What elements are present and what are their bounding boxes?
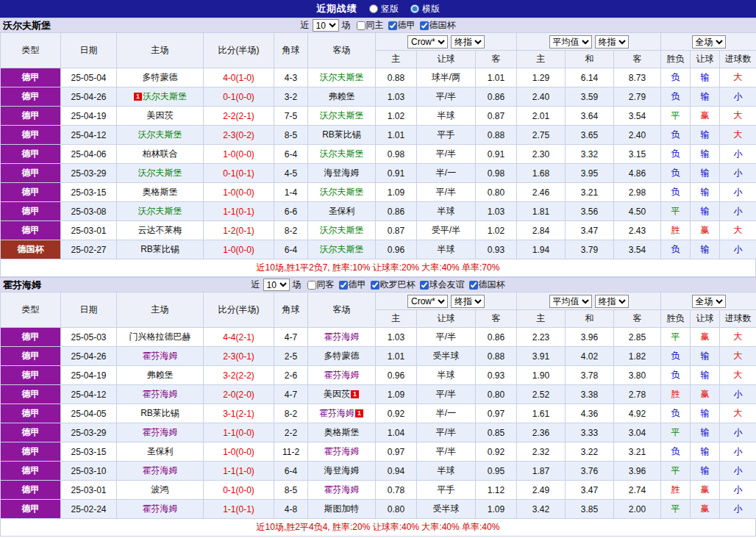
away-team-cell: 沃尔夫斯堡 — [308, 68, 376, 87]
score-cell: 1-0(0-0) — [204, 240, 274, 259]
horizontal-radio-icon[interactable] — [410, 4, 419, 13]
result-cell: 负 — [661, 164, 691, 183]
horizontal-radio-label: 横版 — [422, 3, 440, 15]
crown-away-odds: 1.09 — [476, 500, 517, 519]
vertical-radio-icon[interactable] — [369, 4, 378, 13]
near-label: 近 — [252, 279, 260, 291]
score-cell: 1-0(0-0) — [204, 183, 274, 202]
summary-row: 近10场,胜1平2负7, 胜率:10% 让球率:20% 大率:40% 单率:70… — [0, 259, 756, 277]
corner-cell: 8-5 — [274, 126, 308, 145]
crown-stage-select[interactable]: 终指 — [451, 35, 485, 49]
crown-away-odds: 0.95 — [476, 462, 517, 481]
filter-checkbox[interactable]: 德甲 — [339, 279, 366, 291]
avg-home-odds: 2.32 — [517, 442, 566, 462]
filter-checkbox[interactable]: 欧罗巴杯 — [371, 279, 416, 291]
checkbox-icon[interactable] — [420, 21, 429, 30]
date-cell: 25-03-01 — [61, 221, 117, 240]
avg-stage-select[interactable]: 终指 — [595, 295, 629, 308]
team-label: 奥格斯堡 — [143, 187, 178, 197]
recent-count-select[interactable]: 10 — [313, 19, 339, 32]
filter-checkbox[interactable]: 球会友谊 — [420, 279, 465, 291]
league-type-cell: 德甲 — [1, 500, 61, 519]
filter-checkbox[interactable]: 德国杯 — [469, 279, 505, 291]
team-label: 霍芬海姆 — [143, 427, 178, 437]
away-team-cell: 霍芬海姆 — [308, 481, 376, 500]
goals-cell: 小 — [720, 240, 756, 259]
date-cell: 25-04-19 — [61, 366, 117, 385]
team-label: 多特蒙德 — [143, 72, 178, 82]
match-row: 德甲25-05-03门兴格拉德巴赫4-4(2-1)4-7霍芬海姆1.03平/半0… — [1, 328, 756, 347]
team-label: 沃尔夫斯堡 — [320, 187, 364, 197]
filter-checkbox[interactable]: 同主 — [357, 19, 384, 32]
crown-handicap: 平/半 — [417, 145, 476, 164]
result-cell: 平 — [661, 328, 691, 347]
corner-cell: 8-2 — [274, 221, 308, 240]
checkbox-icon[interactable] — [388, 21, 397, 30]
score-cell: 1-0(0-0) — [204, 145, 274, 164]
checkbox-icon[interactable] — [420, 281, 429, 290]
goals-cell: 大 — [720, 328, 756, 347]
sub-handicap-result: 让球 — [691, 310, 720, 328]
filter-checkbox[interactable]: 德国杯 — [420, 19, 456, 32]
sub-result: 胜负 — [661, 51, 691, 68]
avg-odds-group: 平均值 终指 — [517, 293, 661, 310]
checkbox-icon[interactable] — [307, 281, 316, 290]
recent-count-select[interactable]: 10 — [263, 279, 290, 291]
avg-home-odds: 1.29 — [517, 68, 566, 87]
near-label: 近 — [301, 19, 310, 32]
avg-home-odds: 3.42 — [517, 500, 566, 519]
col-score: 比分(半场) — [204, 33, 274, 68]
away-team-cell: 圣保利 — [308, 202, 376, 221]
horizontal-layout-radio[interactable]: 横版 — [410, 3, 440, 15]
filter-checkbox[interactable]: 同客 — [307, 279, 335, 291]
away-team-cell: 海登海姆 — [308, 164, 376, 183]
section-header: 霍芬海姆 近 10 场 同客德甲欧罗巴杯球会友谊德国杯 — [0, 277, 756, 292]
home-team-cell: 门兴格拉德巴赫 — [117, 328, 204, 347]
crown-away-odds: 1.01 — [476, 68, 517, 87]
col-date: 日期 — [61, 293, 117, 328]
checkbox-icon[interactable] — [357, 21, 365, 30]
match-row: 德甲25-04-05RB莱比锡3-1(2-1)8-2霍芬海姆10.92半/一0.… — [1, 404, 756, 423]
avg-select[interactable]: 平均值 — [549, 295, 592, 308]
team-label: 门兴格拉德巴赫 — [129, 331, 191, 342]
filter-checkbox[interactable]: 德甲 — [388, 19, 416, 32]
sub-avg-home: 主 — [517, 310, 566, 328]
avg-draw-odds: 3.95 — [566, 164, 614, 183]
handicap-result-cell: 输 — [691, 183, 720, 202]
league-type-cell: 德甲 — [1, 202, 61, 221]
handicap-result-cell: 输 — [691, 240, 720, 259]
fulltime-select[interactable]: 全场 — [692, 35, 726, 49]
fulltime-select[interactable]: 全场 — [692, 295, 726, 308]
date-cell: 25-04-19 — [61, 107, 117, 126]
avg-away-odds: 3.21 — [614, 442, 661, 462]
avg-select[interactable]: 平均值 — [549, 35, 592, 49]
team-name: 沃尔夫斯堡 — [3, 19, 51, 32]
checkbox-icon[interactable] — [371, 281, 379, 290]
crown-handicap: 半球 — [417, 202, 476, 221]
checkbox-icon[interactable] — [339, 281, 348, 290]
avg-away-odds: 3.96 — [614, 462, 661, 481]
date-cell: 25-03-01 — [61, 481, 117, 500]
result-cell: 负 — [661, 404, 691, 423]
match-row: 德甲25-03-15圣保利1-0(0-0)11-2霍芬海姆0.97平/半0.92… — [1, 442, 756, 462]
crown-stage-select[interactable]: 终指 — [451, 295, 485, 308]
crown-away-odds: 0.80 — [476, 183, 517, 202]
crown-home-odds: 1.01 — [376, 347, 417, 366]
bookmaker-select[interactable]: Crow* — [407, 35, 448, 49]
crown-home-odds: 1.09 — [376, 385, 417, 404]
col-date: 日期 — [61, 33, 117, 68]
team-label: 斯图加特 — [324, 503, 360, 514]
crown-handicap: 受半球 — [417, 347, 476, 366]
match-row: 德国杯25-02-27RB莱比锡1-0(0-0)6-4沃尔夫斯堡0.96半球0.… — [1, 240, 756, 259]
bookmaker-select[interactable]: Crow* — [407, 295, 448, 308]
team-label: 弗赖堡 — [329, 91, 355, 101]
corner-cell: 4-7 — [274, 328, 308, 347]
vertical-layout-radio[interactable]: 竖版 — [369, 3, 399, 15]
avg-draw-odds: 3.32 — [566, 145, 614, 164]
match-row: 德甲25-04-19美因茨2-2(2-1)7-5沃尔夫斯堡1.02半球0.872… — [1, 107, 756, 126]
checkbox-icon[interactable] — [469, 281, 478, 290]
result-cell: 负 — [661, 145, 691, 164]
avg-stage-select[interactable]: 终指 — [595, 35, 629, 49]
home-team-cell: 霍芬海姆 — [117, 347, 204, 366]
sub-result: 胜负 — [661, 310, 691, 328]
